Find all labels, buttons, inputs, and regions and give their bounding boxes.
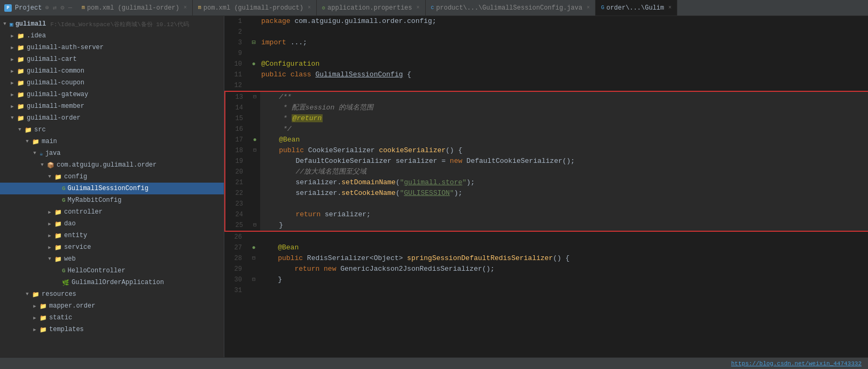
sidebar-item-controller[interactable]: 📁 controller bbox=[0, 206, 224, 218]
sidebar-item-src[interactable]: 📁 src bbox=[0, 124, 224, 136]
line-num-28: 28 bbox=[224, 253, 248, 264]
order-app-label: GulimallOrderApplication bbox=[72, 279, 164, 286]
sidebar-item-member[interactable]: 📁 gulimall-member bbox=[0, 100, 224, 112]
tab-close-1[interactable]: × bbox=[184, 5, 187, 11]
code-line-17: 17 ● @Bean bbox=[224, 135, 868, 145]
tab-pom-order[interactable]: m pom.xml (gulimall-order) × bbox=[76, 0, 193, 15]
sidebar-item-order[interactable]: 📁 gulimall-order bbox=[0, 112, 224, 124]
sidebar-item-resources[interactable]: 📁 resources bbox=[0, 288, 224, 300]
gateway-label: gulimall-gateway bbox=[27, 91, 88, 98]
tab-close-2[interactable]: × bbox=[308, 5, 311, 11]
sidebar-item-cart[interactable]: 📁 gulimall-cart bbox=[0, 53, 224, 65]
code-line-23: 23 bbox=[224, 199, 868, 209]
project-icon: P bbox=[4, 4, 12, 12]
sidebar-item-main[interactable]: 📁 main bbox=[0, 136, 224, 147]
line-content-13: /** bbox=[260, 92, 868, 103]
top-bar-icons: ⊕ ⇄ ⚙ — bbox=[45, 4, 72, 12]
gutter-13: ⊟ bbox=[249, 92, 260, 103]
gutter-22 bbox=[249, 188, 260, 199]
gutter-23 bbox=[249, 199, 260, 209]
top-bar: P Project ⊕ ⇄ ⚙ — m pom.xml (gulimall-or… bbox=[0, 0, 868, 16]
tab-label-3: application.properties bbox=[327, 4, 412, 12]
sidebar-item-dao[interactable]: 📁 dao bbox=[0, 218, 224, 230]
sidebar-item-gateway[interactable]: 📁 gulimall-gateway bbox=[0, 89, 224, 100]
sidebar-item-mapper-order[interactable]: 📁 mapper.order bbox=[0, 300, 224, 312]
csdn-link[interactable]: https://blog.csdn.net/weixin_44743332 bbox=[731, 360, 862, 367]
code-editor-scroll[interactable]: 1 package com.atguigu.gulimall.order.con… bbox=[224, 16, 868, 357]
line-num-12: 12 bbox=[224, 80, 248, 91]
tab-close-3[interactable]: × bbox=[417, 5, 420, 11]
line-content-27: @Bean bbox=[259, 242, 868, 253]
resources-arrow bbox=[25, 292, 30, 297]
code-line-14: 14 * 配置session 的域名范围 bbox=[224, 103, 868, 113]
web-label: web bbox=[64, 255, 76, 263]
tab-close-5[interactable]: × bbox=[668, 5, 671, 11]
gutter-11 bbox=[248, 69, 259, 80]
tab-label-4: product\...\GulimallSessionConfig.java bbox=[436, 4, 583, 12]
sidebar-item-pkg[interactable]: 📦 com.atguigu.gulimall.order bbox=[0, 159, 224, 171]
code-line-3: 3 ⊟ import ...; bbox=[224, 37, 868, 48]
common-label: gulimall-common bbox=[27, 67, 84, 75]
sidebar-item-my-rabbit-config[interactable]: G MyRabbitConfig bbox=[0, 194, 224, 206]
sidebar-item-service[interactable]: 📁 service bbox=[0, 241, 224, 253]
sidebar-item-entity[interactable]: 📁 entity bbox=[0, 230, 224, 241]
root-arrow bbox=[2, 21, 7, 27]
fold-30: ⊟ bbox=[252, 274, 255, 285]
line-content-24: return serializer; bbox=[260, 209, 868, 220]
gutter-9 bbox=[248, 48, 259, 59]
gutter-3: ⊟ bbox=[248, 37, 259, 48]
code-line-18: 18 ⊟ public CookieSerializer cookieSeria… bbox=[224, 145, 868, 156]
order-arrow bbox=[10, 115, 15, 121]
gutter-16 bbox=[249, 124, 260, 135]
tree-root[interactable]: ▣ gulimall F:\Idea_Workspace\谷粒商城\备份 10.… bbox=[0, 18, 224, 30]
mapper-arrow bbox=[32, 303, 37, 309]
sidebar-item-static[interactable]: 📁 static bbox=[0, 312, 224, 324]
line-content-29: return new GenericJackson2JsonRedisSeria… bbox=[259, 264, 868, 274]
static-label: static bbox=[49, 314, 72, 321]
line-num-23: 23 bbox=[225, 199, 249, 209]
spring-java-icon-rabbit: G bbox=[62, 197, 66, 203]
line-num-31: 31 bbox=[224, 285, 248, 296]
sidebar-item-hello-controller[interactable]: G HelloController bbox=[0, 265, 224, 277]
java-src-icon: ☕ bbox=[40, 150, 43, 157]
sidebar-item-java[interactable]: ☕ java bbox=[0, 147, 224, 159]
sidebar-item-idea[interactable]: 📁 .idea bbox=[0, 30, 224, 42]
folder-icon-dao: 📁 bbox=[54, 221, 62, 227]
tab-order-session[interactable]: G order\...\Gulim × bbox=[596, 0, 677, 15]
gutter-17: ● bbox=[249, 135, 260, 145]
line-content-18: public CookieSerializer cookieSerializer… bbox=[260, 145, 868, 156]
rabbit-config-label: MyRabbitConfig bbox=[68, 197, 122, 204]
sidebar-item-gulimall-session-config[interactable]: G GulimallSessionConfig bbox=[0, 183, 224, 194]
tab-pom-product[interactable]: m pom.xml (gulimall-product) × bbox=[193, 0, 317, 15]
editor-tabs: m pom.xml (gulimall-order) × m pom.xml (… bbox=[76, 0, 864, 15]
tab-product-session[interactable]: c product\...\GulimallSessionConfig.java… bbox=[426, 0, 596, 15]
tab-close-4[interactable]: × bbox=[587, 5, 590, 11]
pkg-arrow bbox=[40, 162, 45, 168]
code-editor-area: 1 package com.atguigu.gulimall.order.con… bbox=[224, 16, 868, 357]
prop-icon: ⚙ bbox=[322, 5, 325, 11]
code-lines: 1 package com.atguigu.gulimall.order.con… bbox=[224, 16, 868, 296]
fold-icon-3: ⊟ bbox=[252, 37, 255, 48]
folder-icon-mapper: 📁 bbox=[40, 303, 47, 310]
sidebar-item-common[interactable]: 📁 gulimall-common bbox=[0, 65, 224, 77]
gateway-arrow bbox=[10, 92, 15, 98]
main-label: main bbox=[42, 138, 57, 145]
code-line-1: 1 package com.atguigu.gulimall.order.con… bbox=[224, 16, 868, 27]
sidebar-item-coupon[interactable]: 📁 gulimall-coupon bbox=[0, 77, 224, 89]
sidebar-item-order-app[interactable]: 🌿 GulimallOrderApplication bbox=[0, 277, 224, 288]
line-num-18: 18 bbox=[225, 145, 249, 156]
line-content-21: serializer.setDomainName("gulimall.store… bbox=[260, 177, 868, 188]
folder-icon-auth: 📁 bbox=[17, 44, 25, 51]
tab-app-props[interactable]: ⚙ application.properties × bbox=[317, 0, 425, 15]
sidebar-item-web[interactable]: 📁 web bbox=[0, 253, 224, 265]
gutter-12 bbox=[248, 80, 259, 91]
code-line-28: 28 ⊟ public RedisSerializer<Object> spri… bbox=[224, 253, 868, 264]
code-line-19: 19 DefaultCookieSerializer serializer = … bbox=[224, 156, 868, 167]
sidebar-item-config[interactable]: 📁 config bbox=[0, 171, 224, 183]
folder-icon-order: 📁 bbox=[17, 115, 25, 122]
project-header[interactable]: P Project ⊕ ⇄ ⚙ — bbox=[4, 4, 72, 12]
sidebar-item-auth[interactable]: 📁 gulimall-auth-server bbox=[0, 42, 224, 53]
code-line-22: 22 serializer.setCookieName("GULISESSION… bbox=[224, 188, 868, 199]
sidebar-item-templates[interactable]: 📁 templates bbox=[0, 324, 224, 335]
dao-label: dao bbox=[64, 220, 76, 227]
